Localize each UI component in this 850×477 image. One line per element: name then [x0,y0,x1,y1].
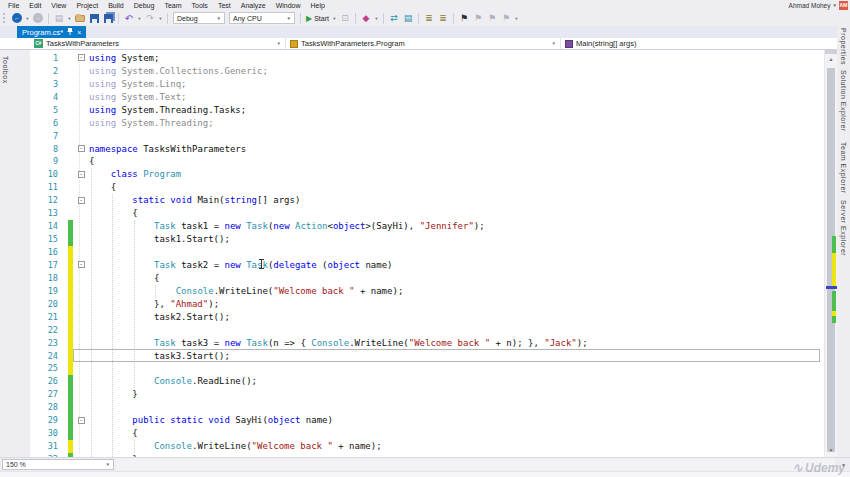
code-line[interactable]: 3using System.Linq; [30,77,824,90]
account-area[interactable]: Ahmad Mohey ▾ AM [789,1,850,10]
new-project-icon[interactable]: ▤ [52,12,66,25]
type-dropdown[interactable]: TasksWithParameters.Program ▼ [285,38,560,49]
properties-window-icon[interactable]: ▤ [401,12,415,25]
tab-toolbox[interactable]: Toolbox [2,56,9,84]
collapse-icon[interactable]: - [78,261,85,268]
code-line[interactable]: 8-namespace TasksWithParameters [30,142,824,155]
code-line[interactable]: 10- class Program [30,168,824,181]
menu-item-build[interactable]: Build [103,2,129,9]
code-line[interactable]: 13 { [30,207,824,220]
dropdown-caret-icon[interactable]: ▾ [136,16,143,21]
save-icon[interactable] [87,12,101,25]
start-debug-button[interactable]: ▶Start [304,14,331,23]
code-line[interactable]: 20 }, "Ahmad"); [30,297,824,310]
menu-item-window[interactable]: Window [271,2,306,9]
sync-with-active-document-icon[interactable]: ⇄ [387,12,401,25]
menu-item-edit[interactable]: Edit [24,2,46,9]
code-editor[interactable]: 1-using System;2using System.Collections… [30,50,824,457]
code-line[interactable]: 22 [30,323,824,336]
code-line[interactable]: 30 { [30,427,824,440]
code-line[interactable]: 2using System.Collections.Generic; [30,64,824,77]
zoom-level-dropdown[interactable]: 150 % ▼ [2,459,114,470]
solution-configurations-combo[interactable]: Debug▼ [173,12,225,24]
code-line[interactable]: 12- static void Main(string[] args) [30,194,824,207]
code-text: using System; [89,53,824,63]
intellitrace-icon[interactable]: ◆ [359,12,373,25]
code-line[interactable]: 6using System.Threading; [30,116,824,129]
menu-item-analyze[interactable]: Analyze [236,2,271,9]
horizontal-scrollbar[interactable] [116,459,835,470]
code-line[interactable]: 16 [30,246,824,259]
code-line[interactable]: 27 } [30,388,824,401]
menu-item-file[interactable]: File [3,2,24,9]
change-tracking-bar [68,271,73,284]
code-line[interactable]: 29- public static void SayHi(object name… [30,414,824,427]
dropdown-caret-icon[interactable]: ▾ [373,16,380,21]
avatar[interactable]: AM [839,1,848,10]
tab-server-explorer[interactable]: Server Explorer [840,200,847,256]
dropdown-caret-icon[interactable]: ▾ [331,16,338,21]
redo-icon[interactable]: ↷ [143,12,157,25]
menu-item-debug[interactable]: Debug [129,2,160,9]
navigate-back-icon[interactable]: ← [10,12,24,25]
code-line[interactable]: 24 task3.Start(); [30,349,824,362]
code-line[interactable]: 26 Console.ReadLine(); [30,375,824,388]
menu-item-help[interactable]: Help [306,2,330,9]
solution-platforms-combo[interactable]: Any CPU▼ [229,12,295,24]
tab-properties[interactable]: Properties [840,28,847,65]
toggle-bookmark-icon[interactable]: ⚑ [457,12,471,25]
menu-item-view[interactable]: View [46,2,71,9]
member-dropdown[interactable]: Main(string[] args) ▼ [560,38,850,49]
close-icon[interactable]: × [77,29,81,36]
code-line[interactable]: 25 [30,362,824,375]
tab-program-cs[interactable]: Program.cs* × [17,26,86,38]
dropdown-caret-icon[interactable]: ▾ [66,16,73,21]
scroll-up-icon[interactable]: ▲ [825,56,837,62]
tab-team-explorer[interactable]: Team Explorer [840,142,847,194]
undo-icon[interactable]: ↶ [122,12,136,25]
dropdown-caret-icon[interactable]: ▾ [157,16,164,21]
code-line[interactable]: 4using System.Text; [30,90,824,103]
code-line[interactable]: 17- Task task2 = new Task(delegate (obje… [30,259,824,272]
menu-item-test[interactable]: Test [213,2,236,9]
code-line[interactable]: 1-using System; [30,52,824,65]
collapse-icon[interactable]: - [78,197,85,204]
attach-process-icon[interactable]: ⊡ [338,12,352,25]
dropdown-caret-icon[interactable]: ▾ [513,16,520,21]
code-line[interactable]: 9{ [30,155,824,168]
save-all-icon[interactable] [101,12,115,25]
menu-item-tools[interactable]: Tools [187,2,213,9]
menu-item-project[interactable]: Project [71,2,103,9]
pin-icon[interactable] [67,28,73,37]
navigate-forward-icon[interactable]: → [31,12,45,25]
code-line[interactable]: 5using System.Threading.Tasks; [30,103,824,116]
scroll-down-icon[interactable]: ▼ [825,447,837,453]
prev-bookmark-icon[interactable]: ⚑ [471,12,485,25]
code-line[interactable]: 28 [30,401,824,414]
comment-selection-icon[interactable]: ≣ [422,12,436,25]
dropdown-caret-icon[interactable]: ▾ [24,16,31,21]
code-line[interactable]: 23 Task task3 = new Task(n => { Console.… [30,336,824,349]
menu-item-team[interactable]: Team [159,2,186,9]
editor-split-handle[interactable] [825,50,837,54]
code-line[interactable]: 15 task1.Start(); [30,233,824,246]
clear-bookmarks-icon[interactable]: ⚑ [499,12,513,25]
collapse-icon[interactable]: - [78,417,85,424]
code-line[interactable]: 31 Console.WriteLine("Welcome back " + n… [30,440,824,453]
collapse-icon[interactable]: - [78,54,85,61]
collapse-icon[interactable]: - [78,171,85,178]
vertical-scrollbar[interactable]: ▲ ▼ [824,50,837,457]
open-file-icon[interactable] [73,12,87,25]
code-line[interactable]: 18 { [30,271,824,284]
code-token: using [89,92,116,102]
code-line[interactable]: 7 [30,129,824,142]
code-line[interactable]: 14 Task task1 = new Task(new Action<obje… [30,220,824,233]
collapse-icon[interactable]: - [78,145,85,152]
code-line[interactable]: 19 Console.WriteLine("Welcome back " + n… [30,284,824,297]
tab-solution-explorer[interactable]: Solution Explorer [840,70,847,132]
code-line[interactable]: 21 task2.Start(); [30,310,824,323]
project-dropdown[interactable]: C# TasksWithParameters ▼ [30,38,285,49]
code-line[interactable]: 11 { [30,181,824,194]
next-bookmark-icon[interactable]: ⚑ [485,12,499,25]
uncomment-selection-icon[interactable]: ≣ [436,12,450,25]
